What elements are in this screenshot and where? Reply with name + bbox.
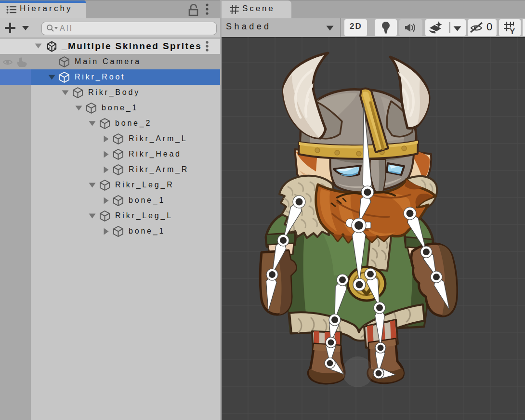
svg-text:Y: Y (510, 27, 515, 35)
